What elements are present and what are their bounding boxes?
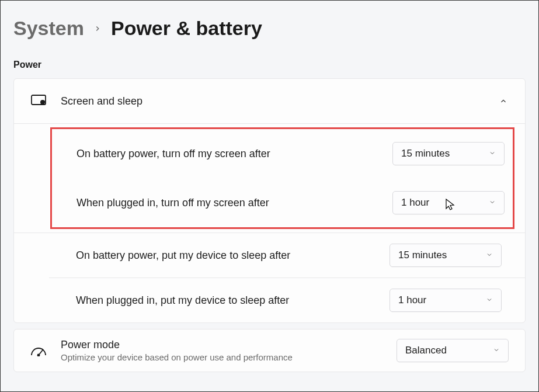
screen-sleep-icon — [30, 93, 47, 109]
sleep-plugged-dropdown[interactable]: 1 hour — [390, 289, 502, 312]
breadcrumb: System Power & battery — [1, 1, 538, 46]
screen-sleep-header[interactable]: Screen and sleep — [14, 79, 525, 123]
divider — [14, 123, 525, 124]
sleep-plugged-label: When plugged in, put my device to sleep … — [76, 294, 390, 307]
power-mode-title: Power mode — [61, 339, 382, 351]
power-mode-subtitle: Optimize your device based on power use … — [61, 352, 382, 362]
screen-off-battery-dropdown[interactable]: 15 minutes — [392, 142, 505, 165]
dropdown-value: 1 hour — [398, 294, 426, 306]
screen-off-battery-label: On battery power, turn off my screen aft… — [76, 148, 392, 160]
screen-sleep-title: Screen and sleep — [61, 95, 484, 107]
screen-off-battery-row: On battery power, turn off my screen aft… — [52, 129, 513, 178]
screen-off-plugged-dropdown[interactable]: 1 hour — [392, 191, 505, 214]
dropdown-value: 1 hour — [401, 197, 429, 209]
chevron-up-icon — [498, 96, 509, 106]
sleep-battery-label: On battery power, put my device to sleep… — [76, 249, 390, 262]
power-mode-text: Power mode Optimize your device based on… — [61, 339, 382, 362]
sleep-plugged-row: When plugged in, put my device to sleep … — [49, 278, 525, 322]
chevron-down-icon — [489, 148, 496, 159]
breadcrumb-parent[interactable]: System — [13, 17, 84, 40]
chevron-down-icon — [486, 249, 493, 261]
dropdown-value: Balanced — [405, 345, 447, 356]
sleep-battery-row: On battery power, put my device to sleep… — [49, 233, 525, 277]
dropdown-value: 15 minutes — [401, 148, 450, 159]
gauge-icon — [30, 342, 47, 359]
screen-off-plugged-row: When plugged in, turn off my screen afte… — [52, 178, 513, 227]
sleep-battery-dropdown[interactable]: 15 minutes — [390, 244, 502, 267]
breadcrumb-current: Power & battery — [111, 17, 262, 40]
svg-point-3 — [38, 355, 40, 356]
power-mode-dropdown[interactable]: Balanced — [397, 339, 509, 362]
chevron-down-icon — [489, 197, 496, 209]
screen-sleep-card: Screen and sleep On battery power, turn … — [13, 78, 526, 323]
dropdown-value: 15 minutes — [398, 249, 447, 261]
svg-point-1 — [40, 100, 45, 105]
chevron-down-icon — [493, 345, 500, 356]
section-label-power: Power — [1, 46, 538, 76]
chevron-down-icon — [486, 294, 493, 306]
screen-off-plugged-label: When plugged in, turn off my screen afte… — [76, 197, 392, 209]
highlight-box: On battery power, turn off my screen aft… — [50, 127, 514, 229]
chevron-right-icon — [93, 21, 102, 36]
power-mode-card[interactable]: Power mode Optimize your device based on… — [13, 329, 526, 372]
